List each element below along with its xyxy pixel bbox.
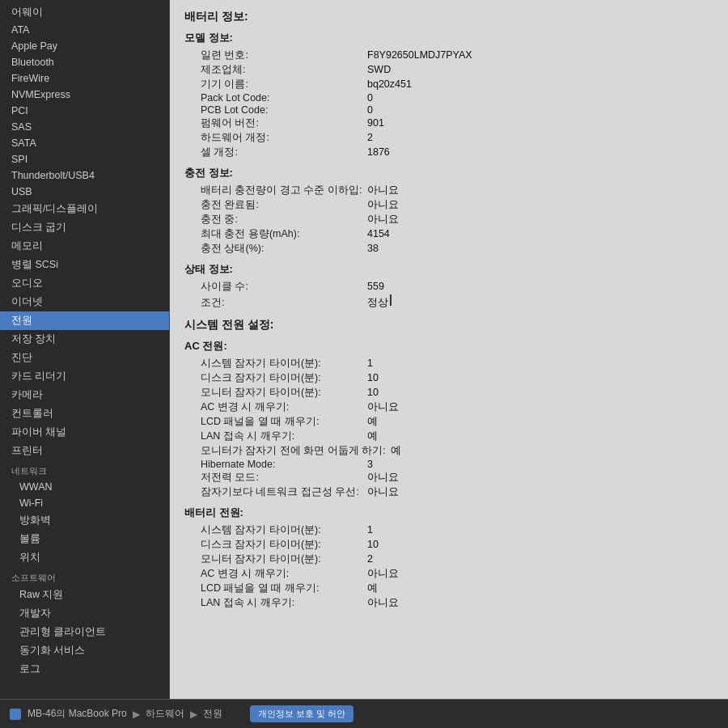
sidebar-item-15[interactable]: 병렬 SCSi <box>0 256 169 274</box>
info-row: 시스템 잠자기 타이머(분):1 <box>201 357 713 370</box>
info-label: 사이클 수: <box>201 280 362 294</box>
privacy-button[interactable]: 개인정보 보호 및 허안 <box>250 705 353 722</box>
sidebar-item-2[interactable]: Apple Pay <box>0 38 169 54</box>
sidebar-item-8[interactable]: SATA <box>0 135 169 151</box>
info-value: F8Y92650LMDJ7PYAX <box>367 49 472 61</box>
info-value: 아니요 <box>367 213 399 226</box>
info-row: 잠자기보다 네트워크 접근성 우선:아니요 <box>201 485 713 499</box>
ac-power-group: 시스템 잠자기 타이머(분):1 디스크 잠자기 타이머(분):10 모니터 잠… <box>201 357 713 499</box>
info-value: 1876 <box>367 146 390 158</box>
sidebar-item-10[interactable]: Thunderbolt/USB4 <box>0 167 169 184</box>
info-row: 시스템 잠자기 타이머(분):1 <box>201 523 713 537</box>
info-label: 일련 번호: <box>201 49 362 62</box>
breadcrumb-icon <box>10 709 21 720</box>
sidebar-item-29[interactable]: 방화벽 <box>0 511 169 530</box>
sidebar-item-16[interactable]: 오디오 <box>0 274 169 293</box>
status-info-group: 사이클 수:559 조건:정상 <box>201 280 713 310</box>
charge-info-title: 충전 정보: <box>184 166 713 180</box>
info-row: 기기 이름:bq20z451 <box>201 78 713 91</box>
sidebar-item-19[interactable]: 저장 장치 <box>0 330 169 349</box>
sidebar-item-34[interactable]: 개발자 <box>0 604 169 623</box>
info-value: 2 <box>367 553 373 565</box>
sidebar-item-17[interactable]: 이더넷 <box>0 293 169 311</box>
sidebar-item-3[interactable]: Bluetooth <box>0 54 169 70</box>
sidebar-item-33[interactable]: Raw 지원 <box>0 586 169 604</box>
sidebar-item-14[interactable]: 메모리 <box>0 237 169 256</box>
sidebar-item-30[interactable]: 볼륨 <box>0 530 169 548</box>
info-value: 10 <box>367 539 379 550</box>
bottom-bar: MB-46의 MacBook Pro ▶ 하드웨어 ▶ 전원 개인정보 보호 및… <box>0 699 728 728</box>
info-value: 901 <box>367 117 384 129</box>
sidebar-item-25[interactable]: 프린터 <box>0 442 169 460</box>
sidebar-item-9[interactable]: SPI <box>0 151 169 167</box>
info-value: bq20z451 <box>367 78 412 90</box>
info-row: LAN 접속 시 깨우기:예 <box>201 430 713 443</box>
info-row: Hibernate Mode:3 <box>201 459 713 470</box>
info-row: AC 변경 시 깨우기:아니요 <box>201 400 713 414</box>
info-value: 2 <box>367 132 373 143</box>
sidebar-item-5[interactable]: NVMExpress <box>0 87 169 103</box>
sidebar-item-22[interactable]: 카메라 <box>0 386 169 404</box>
sidebar-item-13[interactable]: 디스크 굽기 <box>0 218 169 237</box>
sidebar-item-36[interactable]: 동기화 서비스 <box>0 641 169 660</box>
info-label: 잠자기보다 네트워크 접근성 우선: <box>201 485 362 499</box>
info-label: 충전 상태(%): <box>201 242 362 256</box>
sidebar-item-35[interactable]: 관리형 클라이언트 <box>0 623 169 641</box>
sidebar-item-7[interactable]: SAS <box>0 119 169 135</box>
model-info-title: 모델 정보: <box>184 31 713 45</box>
info-value: 1 <box>367 524 373 535</box>
sidebar-item-12[interactable]: 그래픽/디스플레이 <box>0 200 169 218</box>
sidebar-item-21[interactable]: 카드 리더기 <box>0 367 169 386</box>
info-value: 38 <box>367 243 379 254</box>
sidebar-item-6[interactable]: PCI <box>0 103 169 119</box>
sidebar-item-24[interactable]: 파이버 채널 <box>0 423 169 442</box>
info-row: 배터리 충전량이 경고 수준 이하입:아니요 <box>201 184 713 197</box>
info-value: 예 <box>367 430 378 443</box>
info-label: AC 변경 시 깨우기: <box>201 400 362 414</box>
sidebar-item-0[interactable]: 어웨이 <box>0 3 169 22</box>
status-info-title: 상태 정보: <box>184 262 713 277</box>
sidebar-item-31[interactable]: 위치 <box>0 548 169 567</box>
info-label: 모니터 잠자기 타이머(분): <box>201 552 362 566</box>
sidebar-item-20[interactable]: 진단 <box>0 349 169 367</box>
main-container: 어웨이ATAApple PayBluetoothFireWireNVMExpre… <box>0 0 728 699</box>
info-label: AC 변경 시 깨우기: <box>201 567 362 581</box>
info-value: 1 <box>367 358 373 369</box>
sidebar-item-32[interactable]: 소프트웨어 <box>0 567 169 586</box>
info-value: 예 <box>367 415 378 429</box>
info-value: 아니요 <box>367 596 399 610</box>
info-row: 펌웨어 버전:901 <box>201 116 713 130</box>
page-title: 배터리 정보: <box>184 10 713 24</box>
info-label: 최대 충전 용량(mAh): <box>201 227 362 241</box>
info-value: 아니요 <box>367 471 399 485</box>
info-label: 기기 이름: <box>201 78 362 91</box>
info-value: 아니요 <box>367 184 399 197</box>
ac-power-title: AC 전원: <box>184 339 713 353</box>
sidebar-item-23[interactable]: 컨트롤러 <box>0 404 169 423</box>
sidebar-item-11[interactable]: USB <box>0 184 169 200</box>
info-value: 아니요 <box>367 400 399 414</box>
sidebar-item-1[interactable]: ATA <box>0 22 169 38</box>
sidebar-item-28[interactable]: Wi-Fi <box>0 495 169 511</box>
sidebar-item-37[interactable]: 로그 <box>0 660 169 679</box>
breadcrumb-power: 전원 <box>203 707 222 721</box>
sidebar-item-27[interactable]: WWAN <box>0 479 169 495</box>
info-value: 아니요 <box>367 567 399 581</box>
info-row: 디스크 잠자기 타이머(분):10 <box>201 538 713 552</box>
content-area: 배터리 정보: 모델 정보: 일련 번호:F8Y92650LMDJ7PYAX 제… <box>170 0 728 699</box>
info-value: 10 <box>367 387 379 398</box>
info-row: 하드웨어 개정:2 <box>201 131 713 145</box>
info-value: 10 <box>367 372 379 383</box>
info-row: 모니터 잠자기 타이머(분):10 <box>201 386 713 400</box>
sidebar-item-26[interactable]: 네트워크 <box>0 460 169 479</box>
info-label: 펌웨어 버전: <box>201 116 362 130</box>
sidebar-item-4[interactable]: FireWire <box>0 70 169 87</box>
breadcrumb-device: MB-46의 MacBook Pro <box>28 707 127 721</box>
info-value: 예 <box>367 582 378 595</box>
sidebar-item-18[interactable]: 전원 <box>0 311 169 330</box>
info-row: 사이클 수:559 <box>201 280 713 294</box>
info-value: 3 <box>367 459 373 470</box>
info-label: 저전력 모드: <box>201 471 362 485</box>
info-label: LAN 접속 시 깨우기: <box>201 596 362 610</box>
charge-info-group: 배터리 충전량이 경고 수준 이하입:아니요 충전 완료됨:아니요 충전 중:아… <box>201 184 713 256</box>
